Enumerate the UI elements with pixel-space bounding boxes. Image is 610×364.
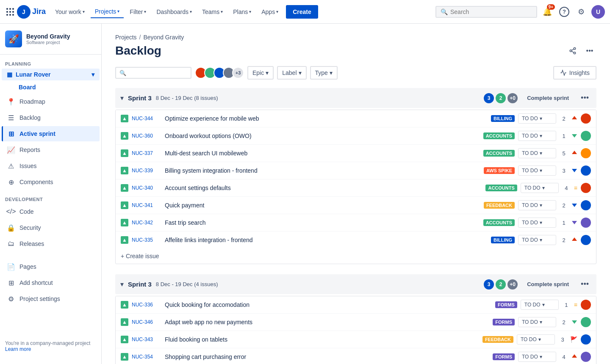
nav-dashboards[interactable]: Dashboards▾ <box>152 6 196 18</box>
priority-icon[interactable]: 🚩 <box>570 336 577 343</box>
status-dropdown[interactable]: TO DO ▾ <box>518 113 556 124</box>
table-row[interactable]: ▲ NUC-344 Optimize experience for mobile… <box>116 110 596 127</box>
nav-apps[interactable]: Apps▾ <box>257 6 283 18</box>
table-row[interactable]: ▲ NUC-341 Quick payment FEEDBACK TO DO ▾… <box>116 197 596 214</box>
sidebar-item-active-sprint[interactable]: ⊞ Active sprint <box>2 126 100 141</box>
assignee-avatar[interactable] <box>581 352 591 362</box>
assignee-avatar[interactable] <box>581 148 591 158</box>
issue-tag[interactable]: AWS SPIKE <box>484 167 515 174</box>
assignee-avatar[interactable] <box>581 300 591 310</box>
help-button[interactable]: ? <box>557 5 571 19</box>
more-actions-button[interactable]: ••• <box>583 44 596 58</box>
issue-key[interactable]: NUC-360 <box>132 133 161 139</box>
breadcrumb-projects[interactable]: Projects <box>115 34 137 41</box>
grid-icon[interactable] <box>5 7 15 17</box>
issue-tag[interactable]: FEEDBACK <box>484 202 515 209</box>
sprint-header-1[interactable]: ▾ Sprint 3 8 Dec - 19 Dec (8 issues) 3 2… <box>115 88 596 108</box>
sprint-toggle-icon-2[interactable]: ▾ <box>120 280 124 288</box>
issue-tag[interactable]: FORMS <box>495 301 517 308</box>
assignee-avatar[interactable] <box>581 183 591 193</box>
assignee-avatar[interactable] <box>581 218 591 228</box>
priority-icon[interactable] <box>571 202 577 209</box>
search-input[interactable] <box>450 8 532 15</box>
issue-tag[interactable]: FEEDBACK <box>482 336 513 343</box>
issue-tag[interactable]: ACCOUNTS <box>483 132 515 139</box>
sidebar-item-roadmap[interactable]: 📍 Roadmap <box>2 94 100 109</box>
assignee-avatar[interactable] <box>581 131 591 141</box>
issue-tag[interactable]: ACCOUNTS <box>483 219 515 226</box>
complete-sprint-button-2[interactable]: Complete sprint <box>522 279 574 290</box>
nav-teams[interactable]: Teams▾ <box>198 6 227 18</box>
board-sub-item[interactable]: Board <box>15 81 100 93</box>
status-dropdown[interactable]: TO DO ▾ <box>517 334 555 345</box>
priority-icon[interactable] <box>571 115 577 122</box>
breadcrumb-project-name[interactable]: Beyond Gravity <box>143 34 184 41</box>
status-dropdown[interactable]: TO DO ▾ <box>518 317 556 327</box>
sidebar-item-releases[interactable]: 🗂 Releases <box>2 236 100 251</box>
status-dropdown[interactable]: TO DO ▾ <box>518 200 556 210</box>
user-avatar[interactable]: U <box>591 5 605 19</box>
issue-key[interactable]: NUC-340 <box>132 185 161 191</box>
status-dropdown[interactable]: TO DO ▾ <box>518 131 556 141</box>
table-row[interactable]: ▲ NUC-340 Account settings defaults ACCO… <box>116 179 596 197</box>
sidebar-item-security[interactable]: 🔒 Security <box>2 220 100 235</box>
backlog-search[interactable]: 🔍 <box>115 67 191 79</box>
issue-key[interactable]: NUC-343 <box>132 336 161 342</box>
label-filter[interactable]: Label ▾ <box>277 66 306 80</box>
sprint-more-button-1[interactable]: ••• <box>578 93 591 103</box>
assignee-avatar[interactable] <box>581 317 591 327</box>
board-item[interactable]: ▦ Lunar Rover ▾ <box>2 69 100 80</box>
project-header[interactable]: 🚀 Beyond Gravity Software project <box>0 24 101 55</box>
priority-icon[interactable] <box>571 353 577 361</box>
nav-your-work[interactable]: Your work▾ <box>51 6 89 18</box>
sprint-header-2[interactable]: ▾ Sprint 3 8 Dec - 19 Dec (4 issues) 3 2… <box>115 274 596 294</box>
table-row[interactable]: ▲ NUC-360 Onboard workout options (OWO) … <box>116 127 596 145</box>
status-dropdown[interactable]: TO DO ▾ <box>518 218 556 228</box>
status-dropdown[interactable]: TO DO ▾ <box>518 148 556 158</box>
table-row[interactable]: ▲ NUC-335 Affelite links integration - f… <box>116 232 596 248</box>
sidebar-item-code[interactable]: </> Code <box>2 204 100 219</box>
sprint-toggle-icon[interactable]: ▾ <box>120 94 124 102</box>
backlog-search-input[interactable] <box>128 69 187 76</box>
issue-key[interactable]: NUC-335 <box>132 237 161 243</box>
notification-button[interactable]: 🔔 9+ <box>541 5 554 19</box>
nav-plans[interactable]: Plans▾ <box>229 6 255 18</box>
issue-key[interactable]: NUC-341 <box>132 202 161 208</box>
status-dropdown[interactable]: TO DO ▾ <box>518 352 556 362</box>
epic-filter[interactable]: Epic ▾ <box>247 66 274 80</box>
sidebar-item-components[interactable]: ⊕ Components <box>2 174 100 190</box>
issue-tag[interactable]: BILLING <box>491 237 515 243</box>
search-box[interactable]: 🔍 <box>435 6 537 18</box>
issue-key[interactable]: NUC-336 <box>132 302 161 308</box>
priority-icon[interactable] <box>571 167 577 174</box>
nav-filter[interactable]: Filter▾ <box>125 6 150 18</box>
status-dropdown[interactable]: TO DO ▾ <box>521 183 559 193</box>
table-row[interactable]: ▲ NUC-343 Fluid booking on tablets FEEDB… <box>116 331 596 348</box>
table-row[interactable]: ▲ NUC-337 Multi-dest search UI mobileweb… <box>116 145 596 162</box>
settings-button[interactable]: ⚙ <box>574 5 588 19</box>
issue-key[interactable]: NUC-342 <box>132 220 161 226</box>
priority-icon[interactable] <box>571 219 577 226</box>
issue-tag[interactable]: BILLING <box>491 115 515 122</box>
priority-icon[interactable] <box>571 132 577 140</box>
issue-tag[interactable]: FORMS <box>493 353 515 360</box>
jira-logo[interactable]: J Jira <box>17 5 46 19</box>
priority-icon[interactable]: ≡ <box>574 301 577 308</box>
learn-more-link[interactable]: Learn more <box>5 346 31 352</box>
sidebar-item-pages[interactable]: 📄 Pages <box>2 259 100 274</box>
avatar-filter-more[interactable]: +3 <box>232 67 244 79</box>
status-dropdown[interactable]: TO DO ▾ <box>521 300 559 310</box>
sidebar-item-project-settings[interactable]: ⚙ Project settings <box>2 291 100 306</box>
issue-key[interactable]: NUC-354 <box>132 354 161 360</box>
assignee-avatar[interactable] <box>581 235 591 245</box>
table-row[interactable]: ▲ NUC-346 Adapt web app no new payments … <box>116 314 596 331</box>
assignee-avatar[interactable] <box>581 200 591 210</box>
issue-key[interactable]: NUC-337 <box>132 150 161 156</box>
priority-icon[interactable] <box>571 319 577 326</box>
status-dropdown[interactable]: TO DO ▾ <box>518 165 556 176</box>
sidebar-item-reports[interactable]: 📈 Reports <box>2 142 100 157</box>
sidebar-item-add-shortcut[interactable]: ⊞ Add shortcut <box>2 275 100 290</box>
issue-key[interactable]: NUC-346 <box>132 319 161 325</box>
table-row[interactable]: ▲ NUC-354 Shopping cart purchasing error… <box>116 348 596 364</box>
create-button[interactable]: Create <box>286 5 318 19</box>
